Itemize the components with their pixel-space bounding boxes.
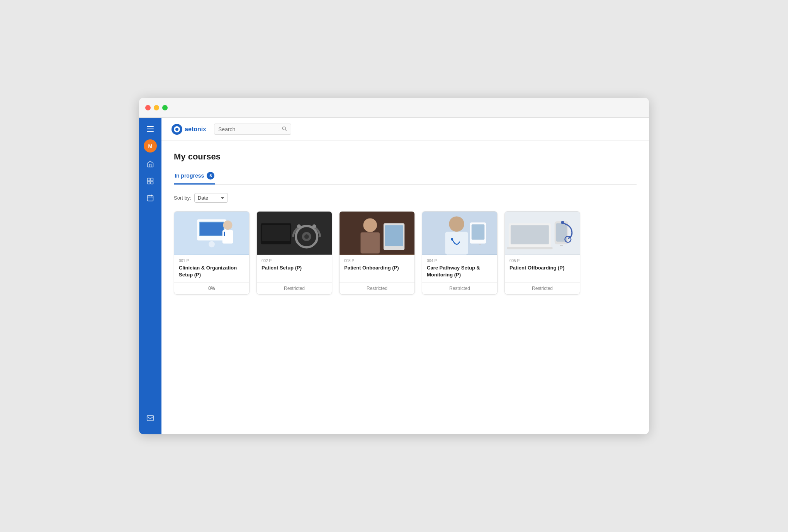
- sidebar-item-home[interactable]: [139, 156, 161, 173]
- svg-point-41: [451, 238, 453, 241]
- svg-rect-44: [511, 225, 549, 244]
- course-title: Patient Onboarding (P): [344, 264, 410, 278]
- svg-point-30: [363, 218, 377, 232]
- titlebar-buttons: [145, 105, 168, 110]
- course-card-footer: Restricted: [340, 282, 414, 294]
- sort-label: Sort by:: [174, 195, 191, 201]
- svg-rect-34: [385, 225, 403, 246]
- svg-rect-23: [262, 225, 290, 241]
- svg-point-17: [209, 241, 215, 247]
- sidebar-item-mail[interactable]: [139, 410, 161, 427]
- svg-point-28: [304, 234, 309, 239]
- course-title: Clinician & Organization Setup (P): [179, 264, 245, 278]
- svg-rect-3: [148, 178, 150, 181]
- content: My courses In progress 5 Sort by: Date N…: [161, 141, 649, 434]
- app-window: M: [139, 98, 649, 434]
- courses-grid: 001 P Clinician & Organization Setup (P)…: [174, 211, 637, 295]
- svg-rect-8: [147, 415, 154, 420]
- sidebar: M: [139, 118, 161, 434]
- svg-rect-5: [148, 181, 150, 184]
- titlebar: [139, 98, 649, 118]
- course-card-footer: 0%: [174, 282, 249, 294]
- search-box[interactable]: [214, 124, 291, 135]
- svg-point-26: [312, 224, 316, 228]
- course-card[interactable]: 002 P Patient Setup (P) Restricted: [256, 211, 332, 295]
- course-title: Patient Setup (P): [262, 264, 327, 278]
- maximize-button[interactable]: [162, 105, 168, 110]
- course-card[interactable]: 004 P Care Pathway Setup & Monitoring (P…: [422, 211, 498, 295]
- svg-rect-2: [147, 131, 154, 132]
- course-card[interactable]: 003 P Patient Onboarding (P) Restricted: [339, 211, 415, 295]
- close-button[interactable]: [145, 105, 151, 110]
- svg-rect-48: [560, 245, 563, 246]
- course-card-footer: Restricted: [257, 282, 332, 294]
- course-code: 003 P: [344, 259, 410, 263]
- tabs-bar: In progress 5: [174, 169, 637, 185]
- search-icon: [282, 126, 287, 132]
- course-code: 001 P: [179, 259, 245, 263]
- tab-in-progress-label: In progress: [175, 173, 204, 179]
- course-card-body: 004 P Care Pathway Setup & Monitoring (P…: [422, 255, 497, 282]
- sidebar-item-courses[interactable]: [139, 173, 161, 190]
- topbar: aetonix: [161, 118, 649, 141]
- course-card-image: [174, 212, 249, 255]
- svg-rect-7: [148, 195, 153, 201]
- svg-rect-16: [200, 222, 223, 236]
- course-title: Patient Offboarding (P): [509, 264, 575, 278]
- course-card-image: [422, 212, 497, 255]
- avatar[interactable]: M: [144, 139, 157, 152]
- main-area: aetonix My courses: [161, 118, 649, 434]
- course-card-footer: Restricted: [505, 282, 580, 294]
- course-card-image: [340, 212, 414, 255]
- course-card-image: [505, 212, 580, 255]
- svg-point-18: [223, 220, 233, 230]
- sort-row: Sort by: Date Name Progress: [174, 193, 637, 203]
- logo: aetonix: [171, 123, 206, 136]
- course-title: Care Pathway Setup & Monitoring (P): [427, 264, 492, 278]
- tab-in-progress[interactable]: In progress 5: [174, 169, 215, 185]
- page-title: My courses: [174, 152, 637, 162]
- svg-rect-6: [151, 181, 153, 184]
- logo-text: aetonix: [185, 126, 206, 133]
- course-card[interactable]: 001 P Clinician & Organization Setup (P)…: [174, 211, 250, 295]
- svg-rect-4: [151, 178, 153, 181]
- svg-rect-40: [479, 244, 481, 245]
- menu-icon[interactable]: [139, 122, 161, 136]
- course-card-image: [257, 212, 332, 255]
- search-input[interactable]: [218, 126, 279, 132]
- svg-rect-20: [224, 232, 225, 236]
- sort-select[interactable]: Date Name Progress: [194, 193, 228, 203]
- sidebar-item-calendar[interactable]: [139, 190, 161, 207]
- app-wrapper: M: [139, 118, 649, 434]
- svg-rect-31: [360, 232, 379, 253]
- course-code: 004 P: [427, 259, 492, 263]
- svg-point-25: [297, 224, 301, 228]
- course-card-body: 002 P Patient Setup (P): [257, 255, 332, 282]
- tab-in-progress-badge: 5: [207, 172, 214, 180]
- svg-rect-0: [147, 126, 154, 127]
- course-card[interactable]: 005 P Patient Offboarding (P) Restricted: [504, 211, 580, 295]
- svg-rect-39: [472, 224, 485, 240]
- course-card-footer: Restricted: [422, 282, 497, 294]
- course-code: 005 P: [509, 259, 575, 263]
- svg-rect-37: [445, 232, 468, 254]
- minimize-button[interactable]: [154, 105, 159, 110]
- svg-point-11: [175, 128, 178, 131]
- svg-rect-1: [147, 129, 154, 129]
- course-card-body: 005 P Patient Offboarding (P): [505, 255, 580, 282]
- svg-rect-45: [507, 247, 553, 249]
- course-card-body: 001 P Clinician & Organization Setup (P): [174, 255, 249, 282]
- svg-point-50: [561, 221, 564, 224]
- course-code: 002 P: [262, 259, 327, 263]
- course-card-body: 003 P Patient Onboarding (P): [340, 255, 414, 282]
- svg-point-36: [449, 216, 464, 232]
